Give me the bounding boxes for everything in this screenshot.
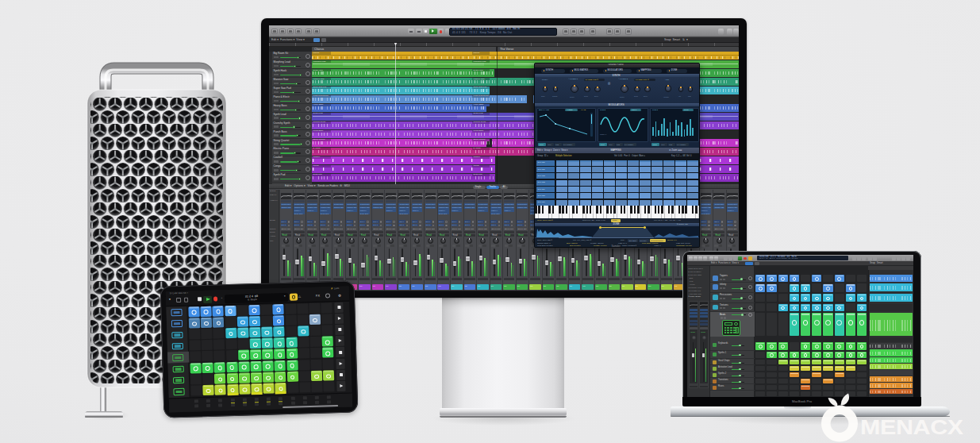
svg-text:MENACX: MENACX [860,416,963,438]
